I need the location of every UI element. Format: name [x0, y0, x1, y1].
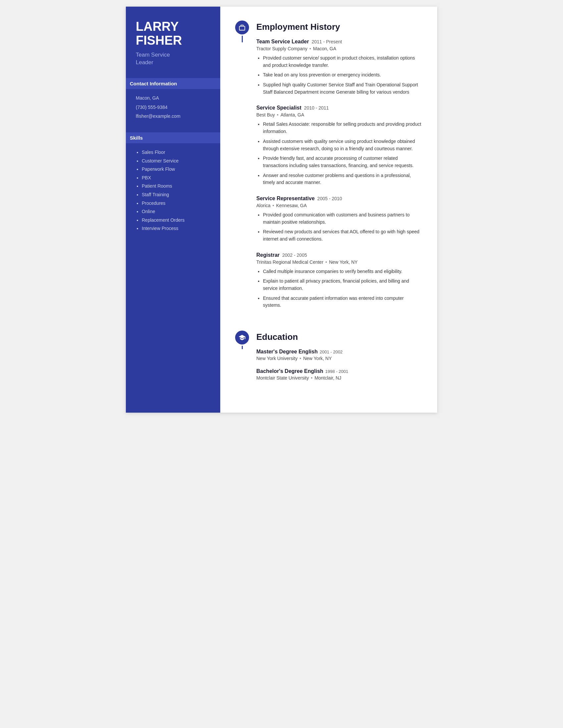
- edu-separator: •: [311, 375, 313, 381]
- skill-item: PBX: [142, 175, 210, 181]
- contact-section-header: Contact Information: [126, 78, 220, 89]
- company-name: Tractor Supply Company: [256, 46, 307, 51]
- jobs-container: Team Service Leader2011 - PresentTractor…: [256, 39, 422, 309]
- skills-section: Skills Sales FloorCustomer ServicePaperw…: [136, 132, 210, 234]
- resume-container: LARRY FISHER Team Service Leader Contact…: [126, 7, 437, 413]
- job-entry: Service Representative2005 - 2010Alorica…: [256, 196, 422, 243]
- job-entry: Registrar2002 - 2005Trinitas Regional Me…: [256, 252, 422, 309]
- job-bullet: Supplied high quality Customer Service S…: [263, 81, 422, 96]
- education-section: Education Master's Degree English2001 - …: [235, 330, 422, 388]
- school-location: Montclair, NJ: [315, 375, 342, 381]
- job-dates: 2010 - 2011: [304, 105, 329, 111]
- company-name: Alorica: [256, 203, 270, 208]
- skill-item: Customer Service: [142, 158, 210, 164]
- contact-location: Macon, GA: [136, 95, 210, 102]
- education-icon-col: [235, 330, 249, 349]
- job-bullet: Explain to patient all privacy practices…: [263, 278, 422, 292]
- job-title: Service Representative: [256, 196, 315, 202]
- job-bullets: Retail Sales Associate: responsible for …: [256, 121, 422, 186]
- job-entry: Service Specialist2010 - 2011Best Buy • …: [256, 105, 422, 186]
- job-bullet: Take lead on any loss prevention or emer…: [263, 71, 422, 79]
- employment-section: Employment History Team Service Leader20…: [235, 20, 422, 318]
- job-company: Trinitas Regional Medical Center • New Y…: [256, 259, 422, 265]
- separator: •: [309, 46, 311, 51]
- separator: •: [326, 259, 327, 265]
- job-dates: 2002 - 2005: [282, 252, 307, 258]
- job-title: Service Specialist: [256, 105, 302, 111]
- contact-phone: (730) 555-9384: [136, 104, 210, 111]
- school-name: New York University: [256, 356, 298, 361]
- company-location: Macon, GA: [313, 46, 336, 51]
- skill-item: Online: [142, 208, 210, 215]
- employment-content: Employment History Team Service Leader20…: [256, 20, 422, 318]
- edu-dates: 2001 - 2002: [320, 349, 343, 354]
- job-bullet: Called multiple insurance companies to v…: [263, 268, 422, 275]
- job-header: Service Representative2005 - 2010: [256, 196, 422, 202]
- company-location: Kennesaw, GA: [276, 203, 307, 208]
- skills-section-header: Skills: [126, 132, 220, 143]
- skills-list: Sales FloorCustomer ServicePaperwork Flo…: [136, 149, 210, 232]
- employment-line: [242, 36, 243, 42]
- skill-item: Interview Process: [142, 225, 210, 232]
- job-bullet: Provide friendly fast, and accurate proc…: [263, 155, 422, 169]
- company-name: Best Buy: [256, 112, 275, 117]
- candidate-title: Team Service Leader: [136, 51, 210, 67]
- skill-item: Replacement Orders: [142, 217, 210, 224]
- employment-icon-col: [235, 20, 249, 42]
- job-dates: 2005 - 2010: [317, 196, 342, 201]
- job-header: Registrar2002 - 2005: [256, 252, 422, 258]
- edu-entry: Bachelor's Degree English1998 - 2001Mont…: [256, 368, 422, 381]
- job-header: Service Specialist2010 - 2011: [256, 105, 422, 111]
- sidebar: LARRY FISHER Team Service Leader Contact…: [126, 7, 220, 413]
- separator: •: [277, 112, 278, 117]
- skill-item: Staff Training: [142, 192, 210, 198]
- job-title: Registrar: [256, 252, 279, 258]
- job-title: Team Service Leader: [256, 39, 309, 45]
- job-bullets: Provided customer service/ support in pr…: [256, 55, 422, 96]
- job-bullet: Provided good communication with custome…: [263, 211, 422, 226]
- edu-degree-line: Bachelor's Degree English1998 - 2001: [256, 368, 422, 374]
- edu-school: New York University • New York, NY: [256, 356, 422, 361]
- job-bullets: Provided good communication with custome…: [256, 211, 422, 243]
- edu-degree-line: Master's Degree English2001 - 2002: [256, 349, 422, 355]
- job-company: Best Buy • Atlanta, GA: [256, 112, 422, 117]
- edu-degree: Bachelor's Degree English: [256, 368, 323, 374]
- company-name: Trinitas Regional Medical Center: [256, 259, 324, 265]
- main-content: Employment History Team Service Leader20…: [220, 7, 437, 413]
- graduation-cap-icon: [235, 331, 249, 344]
- job-company: Alorica • Kennesaw, GA: [256, 203, 422, 208]
- company-location: Atlanta, GA: [280, 112, 305, 117]
- edu-dates: 1998 - 2001: [325, 369, 348, 374]
- degrees-container: Master's Degree English2001 - 2002New Yo…: [256, 349, 422, 381]
- skill-item: Patient Rooms: [142, 183, 210, 190]
- job-company: Tractor Supply Company • Macon, GA: [256, 46, 422, 51]
- job-header: Team Service Leader2011 - Present: [256, 39, 422, 45]
- job-bullets: Called multiple insurance companies to v…: [256, 268, 422, 309]
- edu-school: Montclair State University • Montclair, …: [256, 375, 422, 381]
- job-entry: Team Service Leader2011 - PresentTractor…: [256, 39, 422, 96]
- job-bullet: Reviewed new products and services that …: [263, 228, 422, 243]
- skill-item: Paperwork Flow: [142, 166, 210, 173]
- skill-item: Procedures: [142, 200, 210, 207]
- company-location: New York, NY: [329, 259, 357, 265]
- job-bullet: Assisted customers with quality service …: [263, 138, 422, 152]
- job-dates: 2011 - Present: [312, 39, 342, 44]
- skill-item: Sales Floor: [142, 149, 210, 156]
- briefcase-icon: [235, 21, 249, 34]
- employment-title: Employment History: [256, 22, 422, 32]
- separator: •: [272, 203, 274, 208]
- education-content: Education Master's Degree English2001 - …: [256, 330, 422, 388]
- contact-email: lfisher@example.com: [136, 113, 210, 120]
- job-bullet: Answer and resolve customer problems and…: [263, 172, 422, 186]
- candidate-name: LARRY FISHER: [136, 20, 210, 48]
- education-title: Education: [256, 332, 422, 342]
- edu-separator: •: [300, 356, 302, 361]
- job-bullet: Retail Sales Associate: responsible for …: [263, 121, 422, 135]
- edu-entry: Master's Degree English2001 - 2002New Yo…: [256, 349, 422, 361]
- contact-section: Contact Information Macon, GA (730) 555-…: [136, 78, 210, 122]
- school-location: New York, NY: [303, 356, 332, 361]
- education-line: [242, 346, 243, 349]
- edu-degree: Master's Degree English: [256, 349, 318, 354]
- job-bullet: Provided customer service/ support in pr…: [263, 55, 422, 69]
- job-bullet: Ensured that accurate patient informatio…: [263, 295, 422, 309]
